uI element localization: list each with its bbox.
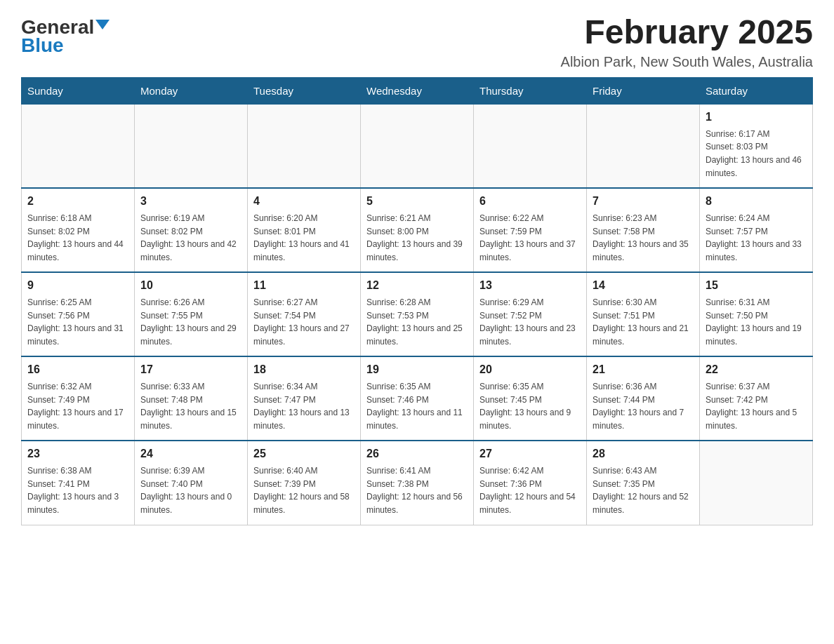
day-number: 13 bbox=[479, 277, 581, 294]
day-number: 14 bbox=[593, 277, 694, 294]
logo: General Blue bbox=[21, 14, 110, 57]
header-monday: Monday bbox=[135, 77, 248, 104]
day-number: 7 bbox=[593, 193, 694, 210]
day-info: Sunrise: 6:25 AMSunset: 7:56 PMDaylight:… bbox=[27, 296, 128, 348]
calendar-week-row: 9Sunrise: 6:25 AMSunset: 7:56 PMDaylight… bbox=[22, 272, 813, 356]
day-number: 11 bbox=[253, 277, 355, 294]
table-row: 1Sunrise: 6:17 AMSunset: 8:03 PMDaylight… bbox=[700, 104, 813, 188]
day-number: 8 bbox=[706, 193, 807, 210]
calendar-week-row: 2Sunrise: 6:18 AMSunset: 8:02 PMDaylight… bbox=[22, 188, 813, 272]
table-row bbox=[474, 104, 587, 188]
page-header: General Blue February 2025 Albion Park, … bbox=[21, 14, 813, 70]
day-number: 27 bbox=[479, 445, 581, 462]
table-row: 16Sunrise: 6:32 AMSunset: 7:49 PMDayligh… bbox=[22, 356, 135, 441]
header-thursday: Thursday bbox=[474, 77, 587, 104]
table-row bbox=[135, 104, 248, 188]
table-row: 5Sunrise: 6:21 AMSunset: 8:00 PMDaylight… bbox=[361, 188, 474, 272]
day-number: 17 bbox=[140, 361, 241, 378]
day-info: Sunrise: 6:40 AMSunset: 7:39 PMDaylight:… bbox=[253, 464, 355, 516]
day-info: Sunrise: 6:27 AMSunset: 7:54 PMDaylight:… bbox=[253, 296, 355, 348]
calendar-week-row: 1Sunrise: 6:17 AMSunset: 8:03 PMDaylight… bbox=[22, 104, 813, 188]
table-row: 4Sunrise: 6:20 AMSunset: 8:01 PMDaylight… bbox=[248, 188, 361, 272]
day-info: Sunrise: 6:18 AMSunset: 8:02 PMDaylight:… bbox=[27, 212, 128, 264]
day-info: Sunrise: 6:39 AMSunset: 7:40 PMDaylight:… bbox=[140, 464, 241, 516]
table-row: 20Sunrise: 6:35 AMSunset: 7:45 PMDayligh… bbox=[474, 356, 587, 441]
table-row: 27Sunrise: 6:42 AMSunset: 7:36 PMDayligh… bbox=[474, 441, 587, 525]
table-row: 7Sunrise: 6:23 AMSunset: 7:58 PMDaylight… bbox=[587, 188, 700, 272]
day-info: Sunrise: 6:22 AMSunset: 7:59 PMDaylight:… bbox=[479, 212, 581, 264]
header-sunday: Sunday bbox=[22, 77, 135, 104]
header-tuesday: Tuesday bbox=[248, 77, 361, 104]
table-row: 14Sunrise: 6:30 AMSunset: 7:51 PMDayligh… bbox=[587, 272, 700, 356]
day-number: 10 bbox=[140, 277, 241, 294]
day-number: 19 bbox=[366, 361, 468, 378]
calendar-table: Sunday Monday Tuesday Wednesday Thursday… bbox=[21, 77, 813, 525]
calendar-week-row: 16Sunrise: 6:32 AMSunset: 7:49 PMDayligh… bbox=[22, 356, 813, 441]
day-info: Sunrise: 6:26 AMSunset: 7:55 PMDaylight:… bbox=[140, 296, 241, 348]
day-number: 1 bbox=[706, 109, 807, 126]
table-row: 9Sunrise: 6:25 AMSunset: 7:56 PMDaylight… bbox=[22, 272, 135, 356]
day-number: 2 bbox=[27, 193, 128, 210]
title-section: February 2025 Albion Park, New South Wal… bbox=[561, 14, 813, 70]
day-number: 20 bbox=[479, 361, 581, 378]
location: Albion Park, New South Wales, Australia bbox=[561, 54, 813, 70]
day-number: 24 bbox=[140, 445, 241, 462]
day-info: Sunrise: 6:21 AMSunset: 8:00 PMDaylight:… bbox=[366, 212, 468, 264]
day-info: Sunrise: 6:19 AMSunset: 8:02 PMDaylight:… bbox=[140, 212, 241, 264]
day-number: 21 bbox=[593, 361, 694, 378]
table-row bbox=[22, 104, 135, 188]
day-info: Sunrise: 6:37 AMSunset: 7:42 PMDaylight:… bbox=[706, 380, 807, 432]
day-info: Sunrise: 6:42 AMSunset: 7:36 PMDaylight:… bbox=[479, 464, 581, 516]
day-info: Sunrise: 6:24 AMSunset: 7:57 PMDaylight:… bbox=[706, 212, 807, 264]
calendar-week-row: 23Sunrise: 6:38 AMSunset: 7:41 PMDayligh… bbox=[22, 441, 813, 525]
day-info: Sunrise: 6:35 AMSunset: 7:46 PMDaylight:… bbox=[366, 380, 468, 432]
table-row: 21Sunrise: 6:36 AMSunset: 7:44 PMDayligh… bbox=[587, 356, 700, 441]
table-row: 15Sunrise: 6:31 AMSunset: 7:50 PMDayligh… bbox=[700, 272, 813, 356]
table-row: 22Sunrise: 6:37 AMSunset: 7:42 PMDayligh… bbox=[700, 356, 813, 441]
table-row bbox=[587, 104, 700, 188]
day-number: 6 bbox=[479, 193, 581, 210]
header-wednesday: Wednesday bbox=[361, 77, 474, 104]
day-number: 18 bbox=[253, 361, 355, 378]
day-number: 16 bbox=[27, 361, 128, 378]
day-info: Sunrise: 6:33 AMSunset: 7:48 PMDaylight:… bbox=[140, 380, 241, 432]
day-info: Sunrise: 6:35 AMSunset: 7:45 PMDaylight:… bbox=[479, 380, 581, 432]
day-info: Sunrise: 6:34 AMSunset: 7:47 PMDaylight:… bbox=[253, 380, 355, 432]
table-row: 3Sunrise: 6:19 AMSunset: 8:02 PMDaylight… bbox=[135, 188, 248, 272]
table-row: 25Sunrise: 6:40 AMSunset: 7:39 PMDayligh… bbox=[248, 441, 361, 525]
day-number: 22 bbox=[706, 361, 807, 378]
day-info: Sunrise: 6:36 AMSunset: 7:44 PMDaylight:… bbox=[593, 380, 694, 432]
month-title: February 2025 bbox=[561, 14, 813, 51]
table-row bbox=[361, 104, 474, 188]
table-row bbox=[248, 104, 361, 188]
table-row: 24Sunrise: 6:39 AMSunset: 7:40 PMDayligh… bbox=[135, 441, 248, 525]
table-row: 28Sunrise: 6:43 AMSunset: 7:35 PMDayligh… bbox=[587, 441, 700, 525]
table-row: 13Sunrise: 6:29 AMSunset: 7:52 PMDayligh… bbox=[474, 272, 587, 356]
header-friday: Friday bbox=[587, 77, 700, 104]
day-info: Sunrise: 6:23 AMSunset: 7:58 PMDaylight:… bbox=[593, 212, 694, 264]
day-info: Sunrise: 6:17 AMSunset: 8:03 PMDaylight:… bbox=[706, 128, 807, 180]
table-row: 19Sunrise: 6:35 AMSunset: 7:46 PMDayligh… bbox=[361, 356, 474, 441]
calendar-header-row: Sunday Monday Tuesday Wednesday Thursday… bbox=[22, 77, 813, 104]
table-row: 17Sunrise: 6:33 AMSunset: 7:48 PMDayligh… bbox=[135, 356, 248, 441]
day-info: Sunrise: 6:28 AMSunset: 7:53 PMDaylight:… bbox=[366, 296, 468, 348]
logo-blue: Blue bbox=[21, 34, 64, 57]
day-info: Sunrise: 6:20 AMSunset: 8:01 PMDaylight:… bbox=[253, 212, 355, 264]
day-number: 5 bbox=[366, 193, 468, 210]
table-row bbox=[700, 441, 813, 525]
day-number: 26 bbox=[366, 445, 468, 462]
table-row: 2Sunrise: 6:18 AMSunset: 8:02 PMDaylight… bbox=[22, 188, 135, 272]
day-info: Sunrise: 6:30 AMSunset: 7:51 PMDaylight:… bbox=[593, 296, 694, 348]
header-saturday: Saturday bbox=[700, 77, 813, 104]
day-number: 23 bbox=[27, 445, 128, 462]
logo-triangle-icon bbox=[95, 20, 110, 29]
day-number: 4 bbox=[253, 193, 355, 210]
day-info: Sunrise: 6:43 AMSunset: 7:35 PMDaylight:… bbox=[593, 464, 694, 516]
table-row: 8Sunrise: 6:24 AMSunset: 7:57 PMDaylight… bbox=[700, 188, 813, 272]
table-row: 26Sunrise: 6:41 AMSunset: 7:38 PMDayligh… bbox=[361, 441, 474, 525]
table-row: 10Sunrise: 6:26 AMSunset: 7:55 PMDayligh… bbox=[135, 272, 248, 356]
day-number: 28 bbox=[593, 445, 694, 462]
day-number: 15 bbox=[706, 277, 807, 294]
day-info: Sunrise: 6:31 AMSunset: 7:50 PMDaylight:… bbox=[706, 296, 807, 348]
day-info: Sunrise: 6:41 AMSunset: 7:38 PMDaylight:… bbox=[366, 464, 468, 516]
